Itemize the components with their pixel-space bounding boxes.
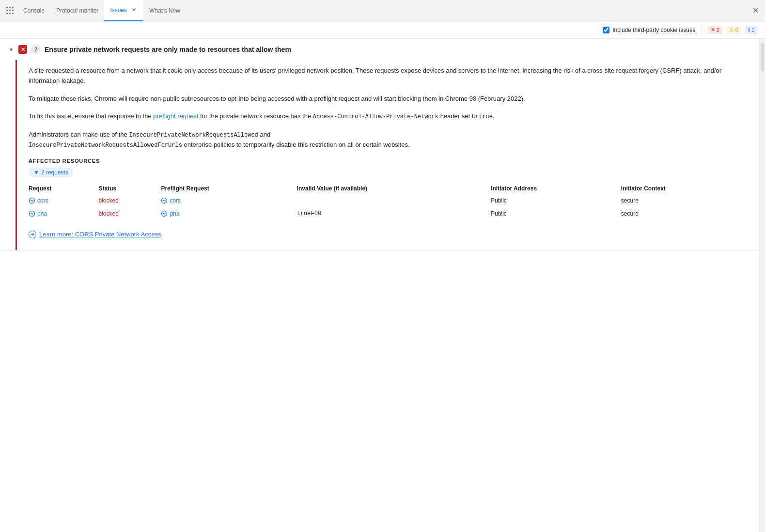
td-invalid-0 — [297, 195, 491, 208]
devtools-close-button[interactable]: ✕ — [749, 5, 761, 16]
issues-panel[interactable]: ▼ ✕ 2 Ensure private network requests ar… — [0, 39, 759, 532]
preflight-link-1[interactable]: pna — [161, 210, 179, 217]
status-blocked-0: blocked — [98, 197, 118, 204]
tab-issues[interactable]: Issues ✕ — [104, 0, 143, 21]
main-content: ▼ ✕ 2 Ensure private network requests ar… — [0, 39, 765, 532]
col-header-initiator-address: Initiator Address — [491, 182, 621, 195]
td-status-1: blocked — [98, 208, 161, 221]
error-icon: ✕ — [18, 45, 27, 54]
warning-badge-count: 0 — [735, 27, 738, 33]
issue-desc-3-post: header set to — [438, 112, 479, 120]
td-initiator-context-1: secure — [621, 208, 748, 221]
issue-body: A site requested a resource from a netwo… — [16, 60, 759, 250]
issue-description-2: To mitigate these risks, Chrome will req… — [29, 94, 748, 104]
preflight-request-link[interactable]: preflight request — [153, 112, 198, 120]
tab-protocol-monitor[interactable]: Protocol monitor — [50, 0, 104, 21]
affected-resources-label: AFFECTED RESOURCES — [29, 158, 748, 164]
table-row: pnablocked pnatrueF00Publicsecure — [29, 208, 748, 221]
tab-issues-label: Issues — [110, 7, 127, 14]
tab-issues-close[interactable]: ✕ — [130, 6, 138, 14]
issue-group-private-network: ▼ ✕ 2 Ensure private network requests ar… — [0, 39, 759, 250]
tab-protocol-monitor-label: Protocol monitor — [56, 7, 98, 14]
td-preflight-0: cors — [161, 195, 297, 208]
learn-more-link[interactable]: Learn more: CORS Private Network Access — [39, 231, 161, 238]
col-header-request: Request — [29, 182, 98, 195]
requests-toggle-label: 2 requests — [41, 169, 68, 176]
third-party-cookie-label-text: Include third-party cookie issues — [612, 27, 695, 33]
learn-more-section: Learn more: CORS Private Network Access — [29, 231, 748, 238]
chevron-down-icon: ▼ — [8, 46, 15, 53]
issue-desc-4-pre: Administrators can make use of the — [29, 131, 129, 138]
requests-toggle-chevron: ▼ — [33, 169, 39, 176]
col-header-initiator-context: Initiator Context — [621, 182, 748, 195]
insecure-policy-code-1: InsecurePrivateNetworkRequestsAllowed — [129, 132, 258, 139]
td-initiator-address-1: Public — [491, 208, 621, 221]
devtools-menu-button[interactable] — [4, 5, 16, 16]
info-badge: ℹ 1 — [745, 26, 757, 34]
issue-description-1: A site requested a resource from a netwo… — [29, 66, 748, 86]
issue-desc-3-pre: To fix this issue, ensure that response … — [29, 112, 153, 120]
preflight-link-0[interactable]: cors — [161, 197, 181, 204]
true-code: true — [479, 113, 493, 120]
issue-desc-2-text: To mitigate these risks, Chrome will req… — [29, 95, 525, 102]
tab-console[interactable]: Console — [17, 0, 50, 21]
request-link-0[interactable]: cors — [29, 197, 48, 204]
tab-bar: Console Protocol monitor Issues ✕ What's… — [0, 0, 765, 21]
requests-toggle[interactable]: ▼ 2 requests — [29, 168, 73, 177]
issue-header[interactable]: ▼ ✕ 2 Ensure private network requests ar… — [0, 39, 759, 60]
info-badge-icon: ℹ — [748, 27, 750, 33]
issue-desc-4-post: enterprise policies to temporarily disab… — [182, 141, 410, 148]
td-initiator-address-0: Public — [491, 195, 621, 208]
col-header-status: Status — [98, 182, 161, 195]
td-status-0: blocked — [98, 195, 161, 208]
issue-description-3: To fix this issue, ensure that response … — [29, 111, 748, 122]
warning-badge-icon: ⚠ — [729, 27, 734, 33]
td-request-0: cors — [29, 195, 98, 208]
issue-desc-3-mid: for the private network resource has the — [199, 112, 313, 120]
td-preflight-1: pna — [161, 208, 297, 221]
toolbar-divider — [702, 25, 702, 35]
error-badge: ✕ 2 — [708, 26, 722, 34]
col-header-invalid-value: Invalid Value (if available) — [297, 182, 491, 195]
issue-description-4: Administrators can make use of the Insec… — [29, 130, 748, 150]
td-invalid-1: trueF00 — [297, 208, 491, 221]
issue-desc-3-end: . — [493, 112, 495, 120]
issues-toolbar: Include third-party cookie issues ✕ 2 ⚠ … — [0, 21, 765, 39]
col-header-preflight: Preflight Request — [161, 182, 297, 195]
issue-title: Ensure private network requests are only… — [45, 46, 291, 53]
insecure-policy-code-2: InsecurePrivateNetworkRequestsAllowedFor… — [29, 142, 182, 149]
scrollbar[interactable] — [759, 39, 765, 532]
learn-more-arrow-icon — [29, 231, 36, 238]
tab-whats-new[interactable]: What's New — [143, 0, 186, 21]
tab-console-label: Console — [23, 7, 45, 14]
issue-count-text: 2 — [34, 47, 37, 52]
table-row: corsblocked corsPublicsecure — [29, 195, 748, 208]
error-badge-icon-x: ✕ — [711, 27, 715, 33]
td-request-1: pna — [29, 208, 98, 221]
issue-desc-1-text: A site requested a resource from a netwo… — [29, 67, 721, 84]
td-initiator-context-0: secure — [621, 195, 748, 208]
request-link-1[interactable]: pna — [29, 210, 47, 217]
info-badge-count: 1 — [751, 27, 754, 33]
tab-whats-new-label: What's New — [149, 7, 180, 14]
scrollbar-thumb[interactable] — [761, 43, 765, 72]
access-control-code: Access-Control-Allow-Private-Network — [313, 113, 438, 120]
warning-badge: ⚠ 0 — [726, 26, 741, 34]
third-party-cookie-checkbox-label[interactable]: Include third-party cookie issues — [603, 27, 695, 33]
issue-desc-4-mid: and — [258, 131, 270, 138]
error-badge-count: 2 — [717, 27, 719, 33]
third-party-cookie-checkbox[interactable] — [603, 27, 609, 33]
requests-table: Request Status Preflight Request Invalid… — [29, 182, 748, 221]
table-header-row: Request Status Preflight Request Invalid… — [29, 182, 748, 195]
status-blocked-1: blocked — [98, 210, 118, 217]
issue-count-bubble: 2 — [31, 45, 41, 54]
